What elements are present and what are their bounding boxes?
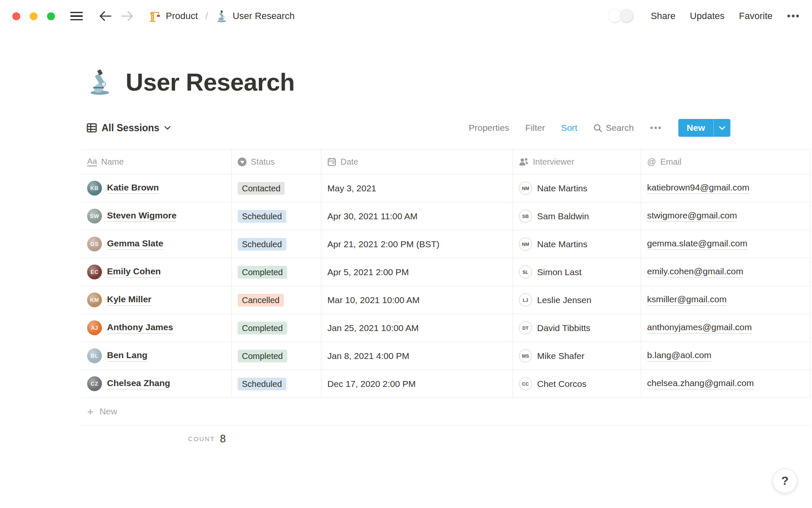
breadcrumb-item-user-research[interactable]: User Research [216,10,295,22]
cell-name[interactable]: AJ Anthony James [81,314,232,342]
minimize-window-button[interactable] [30,12,38,20]
status-badge: Cancelled [238,294,284,306]
cell-name[interactable]: KM Kyle Miller [81,286,232,314]
cell-email[interactable]: stwigmore@gmail.com [641,202,810,230]
properties-button[interactable]: Properties [469,123,509,133]
cell-email[interactable]: b.lang@aol.com [641,342,810,370]
zoom-window-button[interactable] [47,12,55,20]
session-page-link[interactable]: Chelsea Zhang [107,378,170,389]
interviewer-name: Nate Martins [537,183,587,193]
add-new-row-button[interactable]: + New [81,398,810,425]
cell-status[interactable]: Contacted [232,174,321,202]
cell-date[interactable]: Jan 25, 2021 10:00 AM [321,314,513,342]
status-badge: Completed [238,322,287,334]
cell-name[interactable]: KB Katie Brown [81,174,232,202]
page-title[interactable]: User Research [126,68,295,96]
session-page-link[interactable]: Katie Brown [107,182,159,194]
cell-name[interactable]: SW Steven Wigmore [81,202,232,230]
forward-arrow-icon[interactable] [121,10,134,22]
cell-date[interactable]: Apr 30, 2021 11:00 AM [321,202,513,230]
collaborator-avatars[interactable] [607,8,635,24]
view-switcher-all-sessions[interactable]: All Sessions [87,122,171,134]
email-link[interactable]: katiebrown94@gmail.com [647,182,749,194]
view-more-options-icon[interactable]: ••• [650,122,662,133]
session-page-link[interactable]: Gemma Slate [107,238,163,250]
table-row[interactable]: BL Ben Lang Completed Jan 8, 2021 4:00 P… [81,342,810,370]
email-link[interactable]: gemma.slate@gmail.com [647,238,747,250]
table-row[interactable]: KB Katie Brown Contacted May 3, 2021 NM … [81,174,810,202]
cell-status[interactable]: Completed [232,342,321,370]
date-value: Dec 17, 2020 2:00 PM [327,379,416,389]
email-link[interactable]: ksmiller@gmail.com [647,294,727,306]
cell-name[interactable]: CZ Chelsea Zhang [81,370,232,398]
cell-status[interactable]: Scheduled [232,370,321,398]
help-button[interactable]: ? [773,469,797,493]
close-window-button[interactable] [12,12,20,20]
table-row[interactable]: GS Gemma Slate Scheduled Apr 21, 2021 2:… [81,230,810,258]
sidebar-menu-icon[interactable] [70,12,83,20]
updates-button[interactable]: Updates [690,11,724,22]
email-link[interactable]: anthonyjames@gmail.com [647,322,752,334]
table-row[interactable]: SW Steven Wigmore Scheduled Apr 30, 2021… [81,202,810,230]
session-page-link[interactable]: Anthony James [107,322,173,334]
cell-interviewer[interactable]: NM Nate Martins [513,230,641,258]
cell-interviewer[interactable]: SL Simon Last [513,258,641,286]
cell-date[interactable]: Mar 10, 2021 10:00 AM [321,286,513,314]
column-header-date[interactable]: Date [321,149,513,174]
session-page-link[interactable]: Steven Wigmore [107,210,176,222]
cell-email[interactable]: chelsea.zhang@gmail.com [641,370,810,398]
cell-date[interactable]: Apr 5, 2021 2:00 PM [321,258,513,286]
email-link[interactable]: stwigmore@gmail.com [647,210,737,222]
cell-status[interactable]: Scheduled [232,202,321,230]
select-property-icon [238,157,247,166]
page-icon-microscope[interactable] [87,68,115,96]
email-link[interactable]: emily.cohen@gmail.com [647,266,743,278]
cell-status[interactable]: Cancelled [232,286,321,314]
cell-name[interactable]: EC Emily Cohen [81,258,232,286]
sort-button[interactable]: Sort [561,123,578,133]
cell-interviewer[interactable]: MS Mike Shafer [513,342,641,370]
session-page-link[interactable]: Kyle Miller [107,294,151,306]
back-arrow-icon[interactable] [99,10,112,22]
cell-date[interactable]: Jan 8, 2021 4:00 PM [321,342,513,370]
cell-email[interactable]: gemma.slate@gmail.com [641,230,810,258]
cell-email[interactable]: emily.cohen@gmail.com [641,258,810,286]
more-options-icon[interactable]: ••• [787,10,800,22]
share-button[interactable]: Share [651,11,676,22]
cell-status[interactable]: Scheduled [232,230,321,258]
count-aggregate[interactable]: COUNT 8 [81,425,232,452]
cell-date[interactable]: Dec 17, 2020 2:00 PM [321,370,513,398]
table-row[interactable]: CZ Chelsea Zhang Scheduled Dec 17, 2020 … [81,370,810,398]
new-button[interactable]: New [678,119,713,137]
search-button[interactable]: Search [593,123,634,133]
cell-interviewer[interactable]: SB Sam Baldwin [513,202,641,230]
breadcrumb-item-product[interactable]: Product [149,10,198,22]
cell-name[interactable]: BL Ben Lang [81,342,232,370]
new-button-dropdown[interactable] [713,119,730,137]
cell-interviewer[interactable]: DT David Tibbitts [513,314,641,342]
cell-status[interactable]: Completed [232,314,321,342]
table-row[interactable]: AJ Anthony James Completed Jan 25, 2021 … [81,314,810,342]
cell-status[interactable]: Completed [232,258,321,286]
cell-interviewer[interactable]: CC Chet Corcos [513,370,641,398]
cell-date[interactable]: May 3, 2021 [321,174,513,202]
cell-email[interactable]: anthonyjames@gmail.com [641,314,810,342]
session-page-link[interactable]: Emily Cohen [107,266,161,278]
column-header-name[interactable]: Aa Name [81,149,232,174]
cell-interviewer[interactable]: NM Nate Martins [513,174,641,202]
cell-email[interactable]: ksmiller@gmail.com [641,286,810,314]
filter-button[interactable]: Filter [525,123,545,133]
column-header-email[interactable]: @ Email [641,149,810,174]
cell-name[interactable]: GS Gemma Slate [81,230,232,258]
cell-interviewer[interactable]: LJ Leslie Jensen [513,286,641,314]
column-header-interviewer[interactable]: Interviewer [513,149,641,174]
email-link[interactable]: b.lang@aol.com [647,350,711,362]
table-row[interactable]: EC Emily Cohen Completed Apr 5, 2021 2:0… [81,258,810,286]
favorite-button[interactable]: Favorite [739,11,772,22]
cell-date[interactable]: Apr 21, 2021 2:00 PM (BST) [321,230,513,258]
cell-email[interactable]: katiebrown94@gmail.com [641,174,810,202]
table-row[interactable]: KM Kyle Miller Cancelled Mar 10, 2021 10… [81,286,810,314]
email-link[interactable]: chelsea.zhang@gmail.com [647,378,754,389]
column-header-status[interactable]: Status [232,149,321,174]
session-page-link[interactable]: Ben Lang [107,350,148,362]
